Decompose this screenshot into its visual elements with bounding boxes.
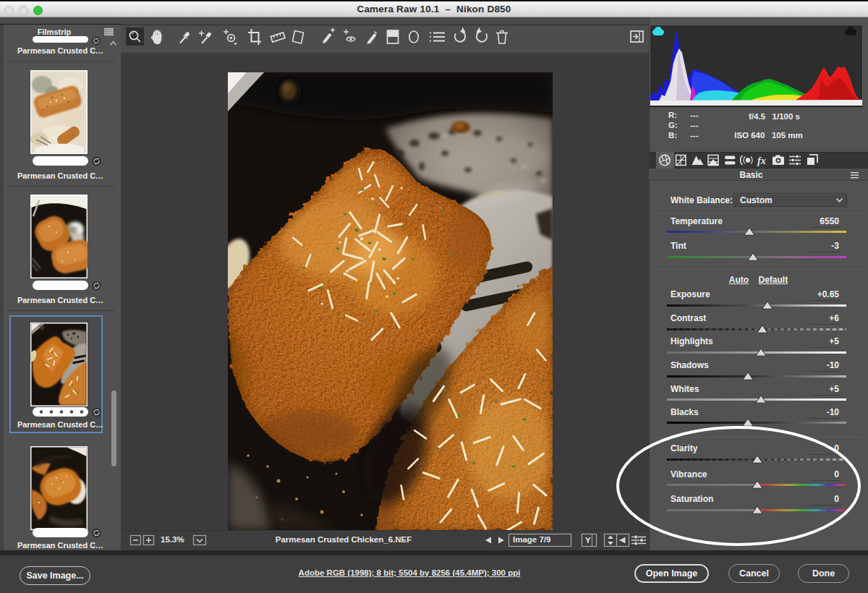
svg-text:fx: fx <box>757 155 766 166</box>
svg-text:Y: Y <box>585 536 591 545</box>
